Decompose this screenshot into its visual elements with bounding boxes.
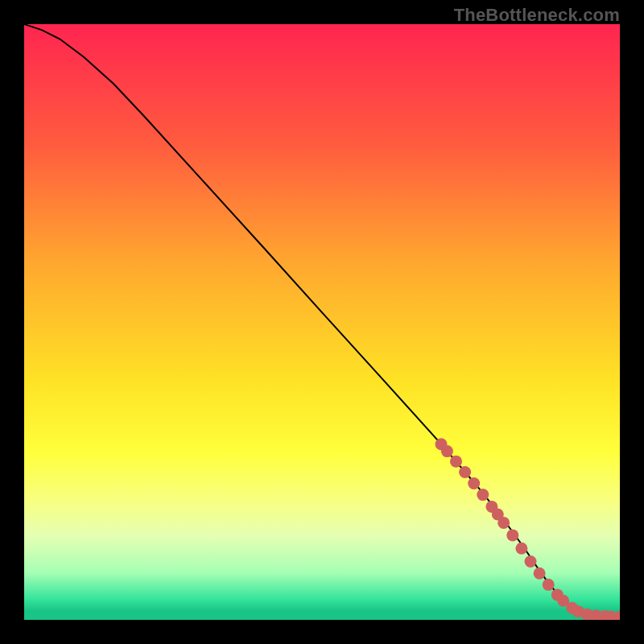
marker-point: [497, 517, 510, 529]
marker-point: [477, 489, 489, 501]
plot-area: [24, 24, 620, 620]
plot-svg: [24, 24, 620, 620]
marker-point: [441, 445, 453, 457]
marker-point: [515, 543, 527, 555]
chart-frame: TheBottleneck.com: [0, 0, 644, 644]
marker-point: [506, 529, 518, 541]
gradient-background: [24, 24, 620, 620]
marker-point: [543, 579, 555, 591]
watermark-text: TheBottleneck.com: [454, 5, 620, 26]
marker-point: [450, 456, 462, 468]
marker-point: [459, 466, 471, 478]
marker-point: [534, 568, 546, 580]
marker-point: [468, 477, 480, 489]
marker-point: [525, 555, 537, 568]
